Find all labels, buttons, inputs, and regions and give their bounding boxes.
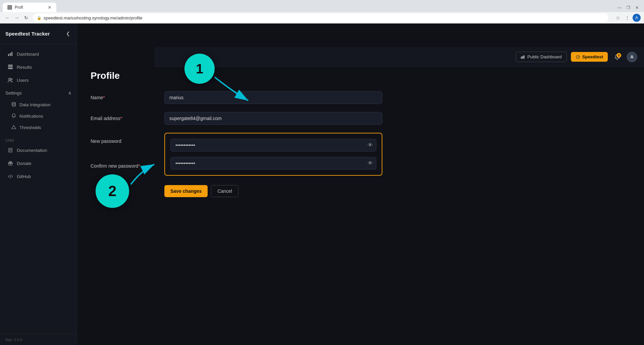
confirm-password-input[interactable] (170, 157, 376, 170)
password-labels-col: New password Confirm new password* (91, 133, 158, 174)
confirm-password-label: Confirm new password* (91, 163, 140, 169)
nav-buttons: ← → ↻ (3, 14, 30, 22)
app-version: App: 1.0.0 (5, 338, 22, 342)
sidebar-donate-label: Donate (17, 161, 32, 166)
sidebar-item-donate[interactable]: Donate (2, 157, 75, 170)
new-password-input[interactable] (170, 139, 376, 152)
profile-form: Name* Email address* (91, 91, 631, 197)
book-icon (7, 147, 13, 153)
sidebar-settings-header[interactable]: Settings ∧ (0, 87, 77, 99)
email-input[interactable] (164, 112, 382, 125)
email-label: Email address* (91, 116, 158, 121)
confirm-password-toggle-button[interactable]: 👁 (368, 160, 373, 166)
sidebar-footer: App: 1.0.0 (0, 334, 77, 345)
svg-rect-4 (8, 66, 13, 67)
top-header: Public Dashboard Speedtest 0 A (154, 47, 644, 67)
name-input-wrap (164, 91, 382, 104)
speedtest-icon (576, 55, 580, 59)
sidebar-data-integration-label: Data Integration (19, 102, 51, 107)
restore-button[interactable]: ❐ (624, 3, 633, 12)
address-bar: ← → ↻ 🔒 speedtest.mariushosting.synology… (0, 12, 644, 23)
notification-badge: 0 (616, 53, 621, 58)
name-label: Name* (91, 95, 158, 100)
sidebar-item-github[interactable]: GitHub (2, 170, 75, 183)
sidebar-documentation-label: Documentation (17, 148, 47, 153)
database-icon (11, 102, 16, 108)
email-required-marker: * (120, 116, 122, 121)
sidebar-github-label: GitHub (17, 174, 31, 179)
close-button[interactable]: ✕ (633, 3, 641, 12)
email-form-row: Email address* (91, 112, 631, 125)
table-icon (7, 64, 13, 70)
tab-close-button[interactable]: ✕ (48, 5, 52, 10)
browser-tabs: Profi ✕ — ❐ ✕ (0, 0, 644, 12)
public-dashboard-label: Public Dashboard (527, 54, 562, 59)
speedtest-button[interactable]: Speedtest (571, 52, 608, 62)
svg-rect-14 (524, 55, 525, 59)
password-section: New password Confirm new password* 👁 (91, 133, 631, 184)
back-button[interactable]: ← (3, 14, 11, 22)
user-avatar[interactable]: A (627, 52, 637, 62)
gift-icon (7, 160, 13, 166)
name-required-marker: * (103, 95, 105, 100)
links-section-label: Links (0, 133, 77, 143)
chevron-up-icon: ∧ (68, 90, 71, 96)
reload-button[interactable]: ↻ (22, 14, 30, 22)
browser-chrome: Profi ✕ — ❐ ✕ ← → ↻ 🔒 speedtest.mariusho… (0, 0, 644, 23)
sidebar-item-dashboard[interactable]: Dashboard (2, 48, 75, 60)
name-input[interactable] (164, 91, 382, 104)
svg-rect-1 (10, 53, 11, 56)
sidebar-item-users[interactable]: Users (2, 74, 75, 87)
users-icon (7, 77, 13, 83)
new-password-field-wrap: 👁 (170, 139, 376, 152)
public-dashboard-button[interactable]: Public Dashboard (516, 52, 567, 62)
code-icon (7, 173, 13, 179)
sidebar-users-label: Users (17, 78, 29, 83)
tab-title: Profi (15, 5, 23, 10)
confirm-required-marker: * (138, 163, 140, 169)
speedtest-label: Speedtest (582, 54, 603, 59)
sidebar-header: Speedtest Tracker ❮ (0, 23, 77, 44)
svg-rect-13 (522, 56, 523, 59)
sidebar: Speedtest Tracker ❮ Dashboard (0, 23, 77, 345)
svg-rect-12 (521, 57, 522, 59)
sidebar-collapse-button[interactable]: ❮ (65, 30, 71, 38)
sidebar-notifications-label: Notifications (19, 114, 43, 119)
main-content: Profile Name* Email address* (77, 44, 644, 345)
sidebar-item-documentation[interactable]: Documentation (2, 144, 75, 157)
page-title: Profile (91, 70, 631, 81)
email-input-wrap (164, 112, 382, 125)
svg-point-6 (9, 78, 11, 80)
confirm-password-field-wrap: 👁 (170, 157, 376, 170)
lock-icon: 🔒 (37, 16, 42, 20)
star-button[interactable]: ☆ (614, 14, 622, 22)
sidebar-item-data-integration[interactable]: Data Integration (2, 99, 75, 110)
save-changes-button[interactable]: Save changes (164, 185, 208, 197)
confirm-password-label-row: Confirm new password* (91, 158, 158, 174)
browser-actions: ☆ ⋮ A (614, 14, 641, 22)
sidebar-dashboard-label: Dashboard (17, 52, 39, 57)
browser-profile-button[interactable]: A (633, 14, 641, 22)
sidebar-item-notifications[interactable]: Notifications (2, 111, 75, 122)
settings-label: Settings (5, 91, 22, 96)
notification-bell-button[interactable]: 0 (612, 52, 623, 62)
svg-rect-5 (8, 68, 13, 69)
sidebar-item-thresholds[interactable]: Thresholds (2, 122, 75, 133)
chart-icon (7, 51, 13, 57)
sidebar-results-label: Results (17, 65, 32, 70)
browser-tab[interactable]: Profi ✕ (3, 3, 56, 12)
sidebar-item-results[interactable]: Results (2, 61, 75, 73)
password-fields-box: 👁 👁 (164, 133, 382, 176)
more-button[interactable]: ⋮ (623, 14, 631, 22)
chart-bar-icon (521, 55, 525, 59)
svg-rect-3 (8, 65, 13, 66)
svg-rect-2 (11, 52, 12, 56)
forward-button[interactable]: → (13, 14, 21, 22)
svg-rect-0 (8, 54, 9, 56)
url-bar[interactable]: 🔒 speedtest.mariushosting.synology.me/ad… (33, 13, 608, 22)
new-password-toggle-button[interactable]: 👁 (368, 142, 373, 148)
form-actions: Save changes Cancel (91, 185, 631, 197)
minimize-button[interactable]: — (615, 3, 624, 12)
cancel-button[interactable]: Cancel (211, 185, 238, 197)
new-password-label-row: New password (91, 133, 158, 158)
